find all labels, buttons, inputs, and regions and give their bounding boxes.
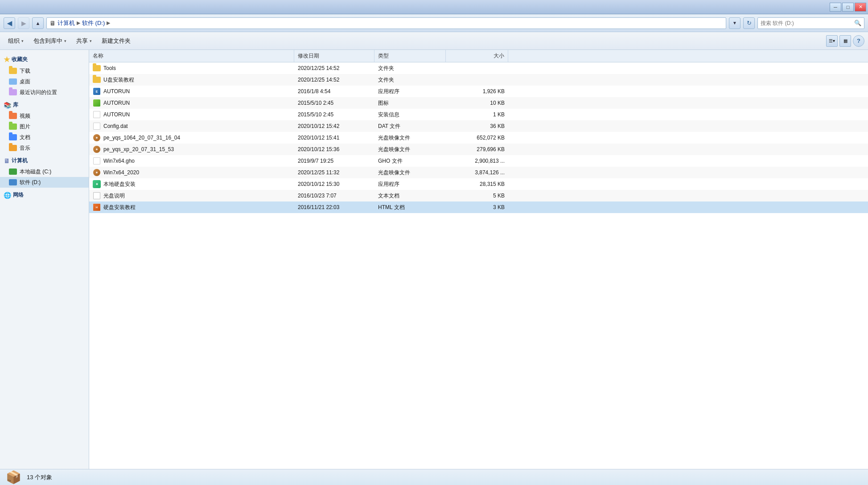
sidebar-item-video[interactable]: 视频 (0, 111, 89, 121)
file-date-cell: 2015/5/10 2:45 (294, 97, 374, 109)
pic-folder-icon (9, 123, 17, 131)
file-type-cell: 图标 (374, 97, 446, 109)
file-type-cell: 光盘映像文件 (374, 167, 446, 178)
file-date-cell: 2020/12/25 11:32 (294, 167, 374, 178)
file-type-cell: GHO 文件 (374, 155, 446, 167)
file-name-cell: AUTORUN (89, 97, 294, 109)
dropdown-button[interactable]: ▼ (729, 17, 740, 29)
search-bar[interactable]: 🔍 (757, 17, 864, 29)
file-name-cell: pe_yqs_xp_20_07_31_15_53 (89, 144, 294, 155)
file-size-cell: 10 KB (446, 97, 508, 109)
search-input[interactable] (761, 20, 854, 26)
sidebar-drive-c-label: 本地磁盘 (C:) (20, 168, 51, 176)
share-button[interactable]: 共享 ▾ (72, 34, 96, 48)
breadcrumb-computer[interactable]: 计算机 (58, 19, 75, 27)
library-button[interactable]: 包含到库中 ▾ (29, 34, 71, 48)
file-date-cell: 2016/11/21 22:03 (294, 201, 374, 213)
table-row[interactable]: H 硬盘安装教程 2016/11/21 22:03 HTML 文档 3 KB (89, 201, 868, 213)
img-icon (93, 99, 101, 107)
new-folder-button[interactable]: 新建文件夹 (97, 34, 135, 48)
computer-label: 计算机 (12, 157, 28, 164)
sidebar-computer-section: 🖥 计算机 本地磁盘 (C:) 软件 (D:) (0, 155, 89, 188)
file-size-cell (446, 62, 508, 74)
sidebar-drive-d-label: 软件 (D:) (20, 179, 41, 186)
table-row[interactable]: U盘安装教程 2020/12/25 14:52 文件夹 (89, 74, 868, 86)
main-layout: ★ 收藏夹 下载 桌面 最近访问的位置 (0, 50, 868, 469)
file-type-cell: 文件夹 (374, 62, 446, 74)
sidebar: ★ 收藏夹 下载 桌面 最近访问的位置 (0, 50, 89, 469)
library-label: 包含到库中 (33, 37, 62, 45)
sidebar-item-drive-d[interactable]: 软件 (D:) (0, 177, 89, 188)
sidebar-recent-label: 最近访问的位置 (20, 89, 57, 96)
file-type-cell: 应用程序 (374, 86, 446, 97)
file-date-cell: 2015/5/10 2:45 (294, 109, 374, 120)
table-row[interactable]: AUTORUN 2015/5/10 2:45 图标 10 KB (89, 97, 868, 109)
back-button[interactable]: ◀ (4, 17, 15, 29)
help-button[interactable]: ? (853, 35, 864, 47)
sidebar-favorites-section: ★ 收藏夹 下载 桌面 最近访问的位置 (0, 53, 89, 98)
file-name-cell: pe_yqs_1064_20_07_31_16_04 (89, 132, 294, 144)
table-row[interactable]: pe_yqs_xp_20_07_31_15_53 2020/10/12 15:3… (89, 144, 868, 155)
table-row[interactable]: E AUTORUN 2016/1/8 4:54 应用程序 1,926 KB (89, 86, 868, 97)
sidebar-item-desktop[interactable]: 桌面 (0, 76, 89, 87)
col-header-name[interactable]: 名称 (89, 50, 294, 62)
file-size-cell (446, 74, 508, 86)
file-size-cell: 3 KB (446, 201, 508, 213)
sidebar-pic-label: 图片 (20, 123, 30, 131)
sidebar-item-music[interactable]: 音乐 (0, 143, 89, 153)
breadcrumb-icon: 🖥 (49, 20, 56, 27)
table-row[interactable]: AUTORUN 2015/5/10 2:45 安装信息 1 KB (89, 109, 868, 120)
library-icon: 📚 (4, 102, 11, 109)
sidebar-item-drive-c[interactable]: 本地磁盘 (C:) (0, 166, 89, 177)
table-row[interactable]: Win7x64.gho 2019/9/7 19:25 GHO 文件 2,900,… (89, 155, 868, 167)
toolbar-right: ☰▾ ▦ ? (826, 35, 864, 47)
file-size-cell: 279,696 KB (446, 144, 508, 155)
breadcrumb-computer-label: 计算机 (58, 19, 75, 27)
organize-arrow: ▾ (21, 39, 24, 43)
table-row[interactable]: Win7x64_2020 2020/12/25 11:32 光盘映像文件 3,8… (89, 167, 868, 178)
sidebar-item-recent[interactable]: 最近访问的位置 (0, 87, 89, 98)
file-name: 本地硬盘安装 (103, 181, 136, 188)
view-list-button[interactable]: ☰▾ (826, 35, 838, 47)
music-folder-icon (9, 144, 17, 152)
doc-folder-icon (9, 133, 17, 141)
sidebar-doc-label: 文档 (20, 134, 30, 141)
table-row[interactable]: ✦ 本地硬盘安装 2020/10/12 15:30 应用程序 28,315 KB (89, 178, 868, 190)
forward-button[interactable]: ▶ (18, 17, 29, 29)
col-header-type[interactable]: 类型 (374, 50, 446, 62)
up-button[interactable]: ▲ (32, 17, 44, 29)
computer-icon: 🖥 (4, 157, 10, 164)
table-row[interactable]: pe_yqs_1064_20_07_31_16_04 2020/10/12 15… (89, 132, 868, 144)
breadcrumb-drive[interactable]: 软件 (D:) (82, 19, 105, 27)
close-button[interactable]: ✕ (855, 3, 866, 12)
file-date-cell: 2020/10/12 15:36 (294, 144, 374, 155)
organize-button[interactable]: 组织 ▾ (4, 34, 28, 48)
sidebar-item-doc[interactable]: 文档 (0, 132, 89, 143)
folder-icon (93, 76, 101, 84)
col-header-size[interactable]: 大小 (446, 50, 508, 62)
network-label: 网络 (13, 191, 24, 199)
share-label: 共享 (76, 37, 88, 45)
gho-icon (93, 157, 101, 165)
table-row[interactable]: 光盘说明 2016/10/23 7:07 文本文档 5 KB (89, 190, 868, 201)
status-count: 13 个对象 (27, 473, 52, 481)
file-type-cell: 光盘映像文件 (374, 144, 446, 155)
table-row[interactable]: Config.dat 2020/10/12 15:42 DAT 文件 36 KB (89, 120, 868, 132)
toolbar: 组织 ▾ 包含到库中 ▾ 共享 ▾ 新建文件夹 ☰▾ ▦ ? (0, 32, 868, 50)
breadcrumb-drive-label: 软件 (D:) (82, 19, 105, 27)
maximize-button[interactable]: □ (842, 3, 854, 12)
file-name: AUTORUN (103, 111, 130, 118)
col-header-modified[interactable]: 修改日期 (294, 50, 374, 62)
refresh-button[interactable]: ↻ (743, 17, 755, 29)
table-row[interactable]: Tools 2020/12/25 14:52 文件夹 (89, 62, 868, 74)
file-size-cell: 652,072 KB (446, 132, 508, 144)
file-name-cell: AUTORUN (89, 109, 294, 120)
file-date-cell: 2016/1/8 4:54 (294, 86, 374, 97)
sidebar-item-pic[interactable]: 图片 (0, 121, 89, 132)
view-pane-button[interactable]: ▦ (839, 35, 851, 47)
breadcrumb-sep1: ▶ (77, 20, 80, 26)
recent-icon (9, 88, 17, 96)
minimize-button[interactable]: ─ (830, 3, 841, 12)
sidebar-favorites-header: ★ 收藏夹 (0, 53, 89, 66)
sidebar-item-download[interactable]: 下载 (0, 66, 89, 76)
